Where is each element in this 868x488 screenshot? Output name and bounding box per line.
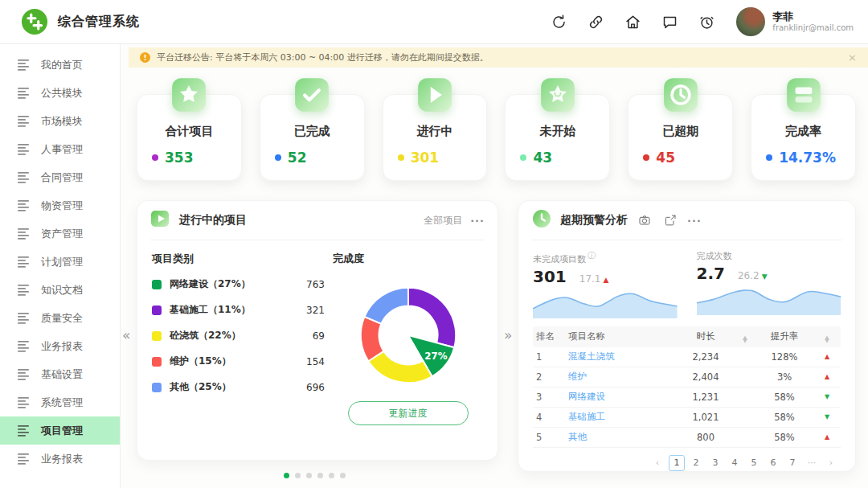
pagination: ‹1234567···› (518, 448, 855, 471)
table-row-3: 4基础施工1,02158%▼ (533, 408, 841, 428)
app-window: 综合管理系统 李菲franklinjr@mail.com 我的首页公共模块市场模… (0, 0, 868, 488)
legend-color-swatch (152, 306, 162, 315)
table-row-2: 3网络建设1,23158%▼ (533, 388, 841, 408)
sidebar-item-11[interactable]: 基础设置 (0, 360, 120, 388)
project-link[interactable]: 维护 (565, 371, 677, 383)
status-dot (398, 154, 404, 161)
ongoing-panel-header: 进行中的项目 全部项目 ··· (137, 201, 497, 240)
duration-cell: 1,021 (677, 412, 735, 423)
alarm-icon[interactable] (691, 6, 722, 37)
sort-icon[interactable]: ▲▼ (825, 337, 829, 343)
stat-card-value: 14.73% (779, 150, 836, 166)
more-options-icon[interactable]: ··· (470, 215, 485, 227)
sidebar-item-2[interactable]: 市场模块 (0, 107, 120, 135)
rate-cell: 128% (755, 351, 813, 363)
page-7[interactable]: 7 (784, 455, 800, 471)
stat-card-4: 已超期45 (628, 94, 733, 181)
page-2[interactable]: 2 (688, 455, 704, 471)
page-next-icon[interactable]: › (823, 455, 839, 471)
sidebar-item-5[interactable]: 物资管理 (0, 191, 120, 219)
overdue-panel-header: 超期预警分析 ··· (518, 201, 855, 240)
update-progress-button[interactable]: 更新进度 (348, 401, 469, 425)
page-1[interactable]: 1 (669, 455, 685, 471)
user-menu[interactable]: 李菲franklinjr@mail.com (736, 7, 854, 36)
sidebar-item-0[interactable]: 我的首页 (0, 51, 120, 79)
sidebar-item-9[interactable]: 质量安全 (0, 304, 120, 332)
col-rate: 提升率 (755, 330, 813, 342)
category-legend: 网络建设（27%）763基础施工（11%）321砼浇筑（22%）69维护（15%… (152, 277, 325, 394)
legend-value: 696 (306, 382, 325, 393)
sidebar-item-7[interactable]: 计划管理 (0, 248, 120, 276)
user-avatar[interactable] (736, 7, 765, 36)
duration-cell: 2,234 (677, 351, 735, 363)
rate-cell: 58% (755, 412, 813, 423)
panels-row: « 进行中的项目 全部项目 ··· 项目类别 网络建设（ (121, 200, 868, 472)
carousel-dots (284, 473, 346, 478)
page-6[interactable]: 6 (765, 455, 781, 471)
refresh-icon[interactable] (543, 6, 574, 37)
carousel-dot-1[interactable] (295, 473, 301, 478)
list-icon (18, 116, 31, 127)
carousel-dot-2[interactable] (306, 473, 312, 478)
project-link[interactable]: 基础施工 (565, 411, 677, 423)
layers-icon (784, 76, 823, 117)
sidebar-item-label: 计划管理 (41, 255, 83, 269)
list-icon (18, 256, 31, 268)
sidebar-item-4[interactable]: 合同管理 (0, 163, 120, 191)
legend-color-swatch (152, 280, 162, 289)
sidebar-item-3[interactable]: 人事管理 (0, 135, 120, 163)
carousel-prev-icon[interactable]: « (122, 327, 130, 343)
sidebar-item-14[interactable]: 业务报表 (0, 445, 120, 473)
ongoing-projects-panel: 进行中的项目 全部项目 ··· 项目类别 网络建设（27%）763基础施工（11… (137, 200, 498, 461)
project-link[interactable]: 混凝土浇筑 (565, 351, 677, 363)
sidebar-item-13[interactable]: 项目管理 (0, 416, 120, 445)
project-link[interactable]: 网络建设 (565, 391, 677, 403)
page-5[interactable]: 5 (746, 455, 762, 471)
page-4[interactable]: 4 (727, 455, 743, 471)
list-icon (18, 200, 31, 211)
stat-card-3: 未开始43 (505, 94, 610, 181)
carousel-dot-5[interactable] (340, 473, 346, 478)
all-projects-link[interactable]: 全部项目 (424, 214, 462, 228)
sidebar-item-10[interactable]: 业务报表 (0, 332, 120, 360)
clock-badge-icon (531, 208, 552, 232)
carousel-dot-3[interactable] (317, 473, 323, 478)
sidebar-item-6[interactable]: 资产管理 (0, 219, 120, 248)
kpi-label: 完成次数 (697, 250, 841, 262)
link-icon[interactable] (580, 6, 611, 37)
info-icon[interactable]: ⓘ (588, 251, 596, 260)
carousel-dot-0[interactable] (284, 473, 289, 478)
trend-down-icon: ▼ (813, 393, 841, 400)
unfinished-sparkline (533, 288, 678, 318)
stat-card-value: 353 (165, 150, 194, 166)
sidebar-item-8[interactable]: 知识文档 (0, 276, 120, 304)
legend-label: 砼浇筑（22%） (170, 329, 241, 342)
sidebar-item-label: 业务报表 (41, 452, 83, 466)
list-icon (18, 88, 31, 99)
banner-close-icon[interactable]: × (848, 51, 857, 64)
message-icon[interactable] (654, 6, 685, 37)
carousel-next-icon[interactable]: » (504, 327, 512, 343)
sidebar-item-12[interactable]: 系统管理 (0, 388, 120, 416)
page-prev-icon[interactable]: ‹ (649, 455, 665, 471)
export-share-icon[interactable] (661, 211, 679, 229)
user-email: franklinjr@mail.com (772, 23, 854, 34)
page-3[interactable]: 3 (707, 455, 723, 471)
sort-icon[interactable]: ▲▼ (743, 337, 747, 343)
more-options-icon[interactable]: ··· (687, 215, 702, 227)
completion-header: 完成度 (333, 252, 364, 266)
home-icon[interactable] (617, 6, 648, 37)
col-name: 项目名称 (565, 330, 677, 342)
main-content: ! 平台迁移公告: 平台将于本周六 03:00 ~ 04:00 进行迁移，请勿在… (121, 44, 868, 488)
sidebar-item-1[interactable]: 公共模块 (0, 79, 120, 107)
carousel-dot-4[interactable] (329, 473, 334, 478)
sidebar-item-label: 公共模块 (41, 86, 83, 100)
snapshot-camera-icon[interactable] (636, 211, 653, 229)
sidebar-item-label: 质量安全 (41, 311, 83, 326)
col-duration: 时长 (677, 330, 735, 342)
list-icon (18, 172, 31, 183)
kpi-delta: 26.2▼ (738, 270, 768, 281)
stat-card-value: 52 (288, 150, 307, 166)
project-link[interactable]: 其他 (565, 431, 677, 443)
warning-icon: ! (140, 52, 150, 63)
